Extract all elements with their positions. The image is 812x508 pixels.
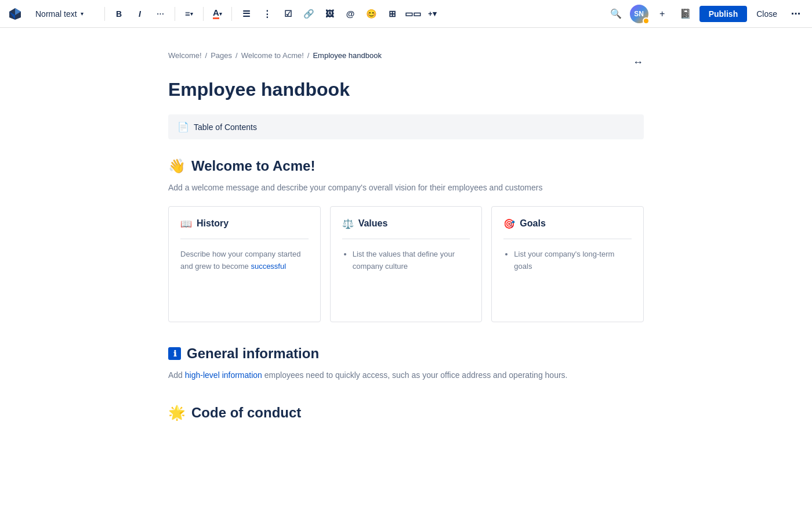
numbered-list-button[interactable]: ⋮ bbox=[258, 5, 276, 23]
goals-title-text: Goals bbox=[520, 218, 545, 229]
card-history[interactable]: 📖 History Describe how your company star… bbox=[168, 206, 321, 322]
card-goals-body: List your company's long-term goals bbox=[503, 248, 632, 273]
toc-block[interactable]: 📄 Table of Contents bbox=[168, 114, 644, 139]
toolbar-divider-3 bbox=[203, 7, 204, 21]
breadcrumb: Welcome! / Pages / Welcome to Acme! / Em… bbox=[168, 51, 382, 60]
values-list: List the values that define your company… bbox=[342, 248, 470, 273]
page-content: Welcome! / Pages / Welcome to Acme! / Em… bbox=[145, 28, 667, 467]
card-goals[interactable]: 🎯 Goals List your company's long-term go… bbox=[491, 206, 644, 322]
insert-more-button[interactable]: +▾ bbox=[425, 5, 440, 23]
notebook-button[interactable]: 📓 bbox=[676, 5, 695, 23]
chevron-down-icon: ▾ bbox=[81, 10, 84, 17]
card-history-title: 📖 History bbox=[180, 218, 309, 239]
history-emoji: 📖 bbox=[180, 218, 192, 229]
search-icon: 🔍 bbox=[610, 8, 622, 19]
color-icon: A bbox=[213, 8, 219, 20]
text-style-label: Normal text bbox=[35, 9, 77, 19]
insert-more-icon: +▾ bbox=[428, 9, 437, 18]
more-options-button[interactable]: ··· bbox=[786, 5, 805, 23]
toolbar: Normal text ▾ B I ··· ≡ ▾ A ▾ ☰ ⋮ ☑ 🔗 bbox=[0, 0, 812, 28]
general-info-emoji: ℹ bbox=[168, 347, 181, 360]
chevron-down-icon-color: ▾ bbox=[219, 11, 222, 17]
add-collaborator-button[interactable]: + bbox=[653, 5, 672, 23]
color-button[interactable]: A ▾ bbox=[208, 5, 227, 23]
bold-button[interactable]: B bbox=[110, 5, 128, 23]
avatar[interactable]: SN bbox=[630, 5, 648, 23]
general-info-heading-text[interactable]: General information bbox=[187, 345, 319, 362]
bold-icon: B bbox=[116, 9, 122, 19]
breadcrumb-welcome-acme[interactable]: Welcome to Acme! bbox=[241, 51, 304, 60]
task-icon: ☑ bbox=[284, 9, 292, 19]
goals-list-item-1: List your company's long-term goals bbox=[514, 248, 632, 273]
card-values-title: ⚖️ Values bbox=[342, 218, 470, 239]
breadcrumb-sep-3: / bbox=[307, 51, 310, 60]
italic-button[interactable]: I bbox=[130, 5, 149, 23]
general-info-link[interactable]: high-level information bbox=[185, 370, 262, 380]
code-of-conduct-heading-text[interactable]: Code of conduct bbox=[191, 405, 301, 421]
publish-button[interactable]: Publish bbox=[699, 6, 748, 22]
table-icon: ⊞ bbox=[389, 9, 396, 19]
code-of-conduct-emoji: 🌟 bbox=[168, 405, 186, 421]
italic-icon: I bbox=[139, 9, 141, 19]
mention-icon: @ bbox=[346, 9, 355, 19]
welcome-heading-text[interactable]: Welcome to Acme! bbox=[191, 158, 315, 174]
values-emoji: ⚖️ bbox=[342, 218, 354, 229]
goals-list: List your company's long-term goals bbox=[503, 248, 632, 273]
close-button[interactable]: Close bbox=[752, 6, 782, 22]
expand-width-button[interactable]: ↔ bbox=[633, 56, 644, 69]
card-values[interactable]: ⚖️ Values List the values that define yo… bbox=[330, 206, 483, 322]
values-title-text: Values bbox=[358, 218, 388, 229]
app-logo[interactable] bbox=[7, 6, 23, 22]
welcome-description: Add a welcome message and describe your … bbox=[168, 183, 542, 192]
mention-button[interactable]: @ bbox=[341, 5, 360, 23]
toc-label: Table of Contents bbox=[194, 123, 257, 132]
image-icon: 🖼 bbox=[325, 9, 334, 19]
table-button[interactable]: ⊞ bbox=[383, 5, 401, 23]
goals-emoji: 🎯 bbox=[503, 218, 515, 229]
history-body-text: Describe how your company started and gr… bbox=[180, 248, 309, 273]
bullet-list-icon: ☰ bbox=[242, 9, 250, 19]
avatar-badge bbox=[643, 17, 650, 24]
link-icon: 🔗 bbox=[303, 9, 314, 19]
toolbar-right: 🔍 SN + 📓 Publish Close ··· bbox=[607, 5, 805, 23]
link-button[interactable]: 🔗 bbox=[299, 5, 318, 23]
align-icon: ≡ bbox=[185, 9, 190, 19]
values-list-item-1: List the values that define your company… bbox=[353, 248, 470, 273]
emoji-icon: 😊 bbox=[366, 9, 377, 19]
image-button[interactable]: 🖼 bbox=[320, 5, 339, 23]
breadcrumb-welcome[interactable]: Welcome! bbox=[168, 51, 202, 60]
more-formatting-icon: ··· bbox=[157, 10, 164, 18]
align-button[interactable]: ≡ ▾ bbox=[180, 5, 198, 23]
welcome-emoji: 👋 bbox=[168, 158, 186, 174]
numbered-list-icon: ⋮ bbox=[263, 9, 271, 19]
layout-icon: ▭▭ bbox=[405, 9, 421, 19]
toc-icon: 📄 bbox=[177, 121, 189, 132]
section-general-info: ℹ General information Add high-level inf… bbox=[168, 345, 644, 381]
emoji-button[interactable]: 😊 bbox=[362, 5, 380, 23]
chevron-down-icon-align: ▾ bbox=[190, 11, 193, 17]
layout-button[interactable]: ▭▭ bbox=[404, 5, 422, 23]
section-heading-welcome: 👋 Welcome to Acme! bbox=[168, 158, 644, 174]
section-heading-general-info: ℹ General information bbox=[168, 345, 644, 362]
breadcrumb-row: Welcome! / Pages / Welcome to Acme! / Em… bbox=[168, 51, 644, 74]
search-button[interactable]: 🔍 bbox=[607, 5, 625, 23]
breadcrumb-current: Employee handbook bbox=[313, 51, 382, 60]
task-button[interactable]: ☑ bbox=[278, 5, 297, 23]
section-desc-welcome: Add a welcome message and describe your … bbox=[168, 181, 644, 194]
history-title-text: History bbox=[197, 218, 229, 229]
toolbar-divider-4 bbox=[231, 7, 232, 21]
page-title[interactable]: Employee handbook bbox=[168, 78, 644, 100]
more-options-icon: ··· bbox=[791, 7, 801, 20]
history-link[interactable]: successful bbox=[251, 262, 286, 271]
notebook-icon: 📓 bbox=[680, 8, 691, 19]
add-icon: + bbox=[659, 9, 665, 19]
card-values-body: List the values that define your company… bbox=[342, 248, 470, 273]
bullet-list-button[interactable]: ☰ bbox=[237, 5, 255, 23]
cards-grid-welcome: 📖 History Describe how your company star… bbox=[168, 206, 644, 322]
toolbar-divider-2 bbox=[175, 7, 175, 21]
more-formatting-button[interactable]: ··· bbox=[151, 5, 170, 23]
text-style-selector[interactable]: Normal text ▾ bbox=[30, 6, 100, 21]
card-history-body: Describe how your company started and gr… bbox=[180, 248, 309, 273]
breadcrumb-pages[interactable]: Pages bbox=[211, 51, 232, 60]
section-desc-general-info: Add high-level information employees nee… bbox=[168, 369, 644, 381]
